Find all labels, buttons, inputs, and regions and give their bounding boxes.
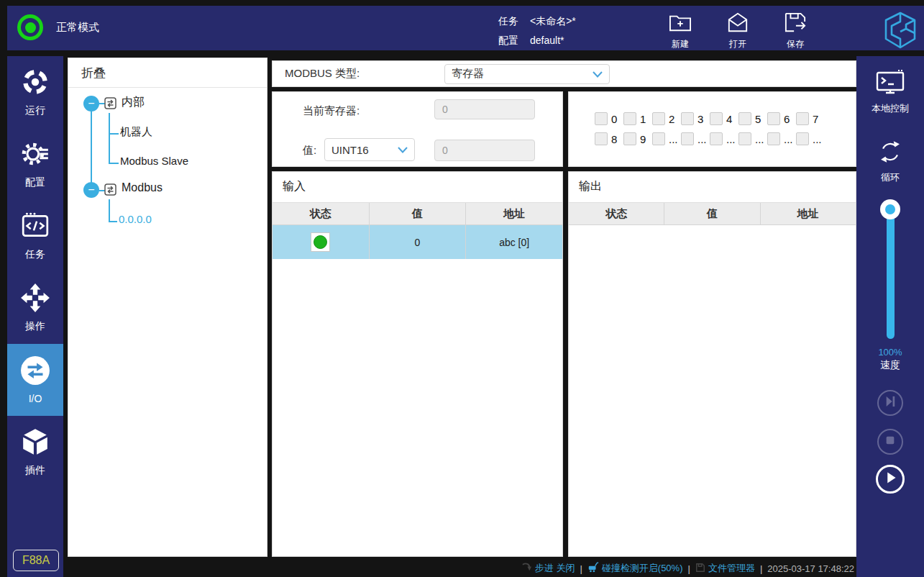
tree-collapse-header[interactable]: 折叠 (81, 65, 106, 81)
task-value: <未命名>* (530, 15, 576, 28)
input-section-panel: 输入 状态 值 地址 0 abc [0] (272, 171, 563, 557)
bit-cell: ... (767, 132, 796, 145)
tree-node-robot[interactable]: 机器人 (120, 125, 152, 139)
task-config-group: 任务 <未命名>* 配置 default* (498, 15, 576, 54)
local-control-button[interactable]: 本地控制 (856, 69, 924, 115)
sidebar-item-operate[interactable]: 操作 (7, 272, 63, 344)
open-task-button[interactable]: 打开 (715, 12, 761, 50)
modbus-type-dropdown[interactable]: 寄存器 (444, 64, 610, 84)
cube-icon (20, 427, 50, 460)
bit-grid-panel: 0 1 2 3 4 5 6 7 8 9 ... ... ... ... ... … (568, 91, 856, 167)
column-header-status: 状态 (273, 203, 370, 224)
bit-cell: 2 (652, 112, 681, 125)
bit-checkbox[interactable] (595, 112, 608, 125)
sidebar-item-io[interactable]: I/O (7, 344, 63, 416)
bit-checkbox[interactable] (623, 132, 636, 145)
bit-checkbox[interactable] (652, 112, 665, 125)
input-table-row[interactable]: 0 abc [0] (273, 225, 562, 259)
bit-checkbox[interactable] (595, 132, 608, 145)
value-type-dropdown[interactable]: UINT16 (324, 138, 415, 161)
topbar-actions: 新建 打开 保存 (646, 12, 818, 50)
bit-cell: ... (738, 132, 767, 145)
separator: | (688, 563, 690, 574)
bit-checkbox[interactable] (767, 132, 780, 145)
current-register-input[interactable]: 0 (434, 99, 535, 119)
loop-icon (874, 138, 907, 168)
bit-cell: 5 (738, 112, 767, 125)
bit-checkbox[interactable] (623, 112, 636, 125)
bit-label: 9 (640, 133, 646, 145)
file-manager-label: 文件管理器 (708, 562, 755, 575)
bit-checkbox[interactable] (796, 112, 809, 125)
chevron-down-icon (398, 143, 408, 156)
input-table-header: 状态 值 地址 (273, 203, 562, 225)
separator: | (580, 563, 582, 574)
sidebar-item-plugin-label: 插件 (25, 464, 45, 477)
sidebar-item-run[interactable]: 运行 (7, 56, 63, 128)
modbus-type-label: MODBUS 类型: (285, 67, 360, 81)
step-forward-button[interactable] (877, 390, 903, 416)
run-icon (20, 67, 50, 100)
tree-connector-line (91, 104, 92, 191)
stop-icon (879, 429, 902, 455)
open-task-label: 打开 (729, 38, 746, 50)
bit-checkbox[interactable] (681, 132, 694, 145)
stop-button[interactable] (877, 429, 903, 455)
tree-node-modbus-slave[interactable]: Modbus Slave (120, 155, 188, 167)
divider (68, 87, 267, 88)
save-task-button[interactable]: 保存 (772, 12, 818, 50)
app-logo-icon (880, 10, 920, 50)
bit-checkbox[interactable] (767, 112, 780, 125)
modbus-type-value: 寄存器 (452, 67, 484, 81)
loop-button[interactable]: 循环 (856, 138, 924, 184)
bit-checkbox[interactable] (738, 112, 751, 125)
output-table-header: 状态 值 地址 (569, 203, 856, 225)
bit-checkbox[interactable] (738, 132, 751, 145)
tree-node-internal[interactable]: 内部 (122, 95, 145, 110)
column-header-status: 状态 (569, 203, 664, 224)
bit-cell: 3 (681, 112, 710, 125)
bit-checkbox[interactable] (796, 132, 809, 145)
play-button[interactable] (876, 465, 905, 494)
input-section-title: 输入 (283, 179, 306, 194)
speed-slider-track[interactable] (887, 206, 895, 339)
bit-label: ... (669, 133, 678, 145)
value-input[interactable]: 0 (434, 140, 535, 161)
bit-row-2: 8 9 ... ... ... ... ... ... (595, 132, 825, 145)
firmware-badge[interactable]: F88A (13, 550, 59, 571)
speed-slider-thumb[interactable] (880, 199, 900, 219)
collision-detect-status[interactable]: 碰撞检测开启(50%) (587, 562, 683, 575)
step-mode-status[interactable]: 步进 关闭 (521, 562, 575, 575)
bit-label: ... (726, 133, 736, 145)
bit-checkbox[interactable] (710, 132, 723, 145)
bit-cell: ... (710, 132, 738, 145)
speed-label: 速度 (856, 359, 924, 372)
sidebar-item-task-label: 任务 (25, 248, 45, 261)
bit-checkbox[interactable] (652, 132, 665, 145)
tree-connector-line (109, 221, 117, 222)
current-register-label: 当前寄存器: (303, 104, 360, 118)
sidebar-item-plugin[interactable]: 插件 (7, 416, 63, 488)
bit-label: ... (784, 133, 793, 145)
sidebar-item-config[interactable]: 配置 (7, 128, 63, 200)
bit-checkbox[interactable] (710, 112, 723, 125)
skip-next-icon (879, 390, 902, 416)
tree-node-modbus[interactable]: Modbus (122, 181, 163, 194)
bit-label: ... (697, 133, 707, 145)
tree-collapse-toggle-internal[interactable]: − (83, 96, 99, 112)
tree-node-ip-selected[interactable]: 0.0.0.0 (119, 213, 152, 225)
bit-cell: 0 (595, 112, 623, 125)
top-bar: 正常模式 任务 <未命名>* 配置 default* 新建 (7, 6, 924, 50)
bit-cell: 7 (796, 112, 825, 125)
tree-collapse-toggle-modbus[interactable]: − (83, 182, 99, 198)
device-tree-panel: 折叠 − 内部 机器人 Modbus Slave − Modbus 0.0.0.… (68, 58, 267, 557)
sidebar-item-task[interactable]: 任务 (7, 200, 63, 272)
loop-label: 循环 (881, 171, 900, 184)
new-task-button[interactable]: 新建 (657, 12, 703, 50)
file-manager-button[interactable]: 文件管理器 (695, 562, 755, 575)
status-bar: 步进 关闭 | 碰撞检测开启(50%) | 文件管理器 | 2025-03-17… (68, 560, 854, 577)
bit-cell: ... (652, 132, 681, 145)
separator: | (760, 563, 762, 574)
sidebar-item-operate-label: 操作 (25, 320, 45, 333)
bit-checkbox[interactable] (681, 112, 694, 125)
